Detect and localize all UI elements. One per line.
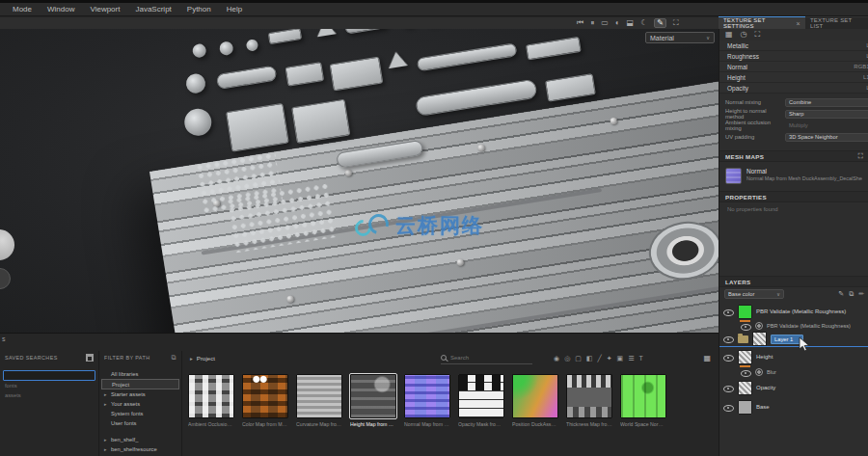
filter-environments-icon[interactable]: ☰	[628, 355, 634, 362]
visibility-eye-icon[interactable]	[741, 322, 751, 331]
camera-icon[interactable]: ⛶	[673, 19, 679, 27]
path-item-ben-shelfresource[interactable]: ▸ ben_shelfresource	[99, 444, 181, 454]
asset-thumbnail-normal[interactable]: Normal Map from M...	[404, 374, 450, 427]
save-search-icon[interactable]	[86, 354, 94, 362]
visibility-eye-icon[interactable]	[741, 368, 751, 377]
saved-search-item[interactable]: assets	[0, 390, 98, 400]
filter-particles-icon[interactable]: ✦	[607, 355, 612, 362]
visibility-eye-icon[interactable]	[723, 335, 734, 343]
asset-thumbnail-thickness[interactable]: Thickness Map from ...	[566, 374, 612, 427]
display-frame-icon[interactable]: ▭	[601, 19, 609, 27]
material-card-icon[interactable]: ⬓	[627, 19, 635, 27]
menu-javascript[interactable]: JavaScript	[128, 5, 177, 13]
asset-type-filter-icons: ◉ ◎ ▢ ◧ ╱ ✦ ▣ ☰ T	[554, 355, 643, 362]
uv-padding-select[interactable]: 3D Space Neighbor	[785, 133, 868, 142]
layer-effect-row-blur[interactable]: Blur	[719, 366, 868, 378]
layer-row-renaming[interactable]: Layer 1	[719, 332, 868, 347]
path-item-system-fonts[interactable]: System fonts	[99, 409, 181, 418]
channel-format[interactable]: RGB16	[854, 64, 868, 69]
close-icon[interactable]: ×	[797, 20, 800, 27]
menu-python[interactable]: Python	[180, 5, 218, 13]
expand-arrow-icon[interactable]: ▸	[104, 446, 108, 452]
channel-list: Metallic L8 Roughness L8 Normal RGB16 He…	[719, 40, 868, 94]
expand-arrow-icon[interactable]: ▸	[104, 401, 108, 407]
grid-view-toggle-icon[interactable]: ▦	[703, 354, 711, 362]
asset-thumbnail-opacity[interactable]: Opacity Mask from ...	[458, 374, 504, 427]
channel-label: Height	[727, 74, 746, 81]
menu-help[interactable]: Help	[220, 5, 249, 13]
layers-channel-filter-dropdown[interactable]: Base color ∨	[724, 289, 784, 299]
channel-row-opacity[interactable]: Opacity L8	[719, 83, 868, 94]
asset-thumbnail-color[interactable]: Color Map from Mes...	[242, 374, 288, 427]
channel-row-metallic[interactable]: Metallic L8	[719, 40, 868, 51]
height-to-normal-select[interactable]: Sharp	[785, 110, 868, 119]
visibility-eye-icon[interactable]	[723, 384, 734, 392]
filter-materials-icon[interactable]: ◉	[554, 355, 559, 362]
3d-viewport[interactable]: 云桥网络 Material ∨	[0, 29, 719, 333]
add-effect-icon[interactable]: ✎	[838, 290, 844, 298]
path-item-project[interactable]: Project	[101, 379, 179, 389]
clock-icon[interactable]: ◷	[741, 30, 747, 40]
channel-format[interactable]: L16	[863, 74, 868, 80]
asset-search-field[interactable]	[441, 353, 532, 364]
mesh-maps-header-label: MESH MAPS	[725, 153, 764, 160]
grid-icon[interactable]: ▦	[725, 30, 733, 40]
asset-thumbnail-height[interactable]: Height Map from M...	[350, 374, 396, 427]
brush-icon[interactable]: ✎	[654, 18, 666, 28]
rotate-icon[interactable]: ☾	[640, 19, 647, 27]
normal-mixing-select[interactable]: Combine	[785, 98, 868, 107]
filter-smart-materials-icon[interactable]: ◎	[564, 355, 570, 362]
filter-brushes-icon[interactable]: ╱	[598, 355, 602, 362]
asset-thumbnail-ao[interactable]: Ambient Occlusion ...	[188, 374, 234, 427]
tab-texture-set-list[interactable]: TEXTURE SET LIST	[805, 16, 868, 29]
pause-icon[interactable]: ⏸	[590, 19, 594, 27]
add-layer-icon[interactable]: ✏	[858, 290, 864, 298]
skip-back-icon[interactable]: ⏮	[577, 19, 583, 27]
path-item-your-assets[interactable]: ▸ Your assets	[99, 399, 181, 409]
layer-row-opacity[interactable]: Opacity	[719, 378, 868, 397]
menu-window[interactable]: Window	[41, 5, 81, 13]
saved-search-input[interactable]	[3, 370, 95, 381]
asset-thumbnail-curvature[interactable]: Curvature Map from ...	[296, 374, 342, 427]
viewport-display-mode-dropdown[interactable]: Material ∨	[645, 32, 715, 43]
layer-thumbnail	[752, 332, 767, 346]
sphere-icon[interactable]: ◐	[615, 19, 620, 27]
path-item-label: ben_shelf_	[111, 437, 138, 443]
asset-thumbnail-wsn[interactable]: World Space Normal...	[620, 374, 666, 427]
saved-search-item[interactable]: fonts	[0, 381, 98, 390]
visibility-eye-icon[interactable]	[723, 308, 734, 316]
filter-textures-icon[interactable]: ▣	[617, 355, 624, 362]
resolution-icon[interactable]: ⛶	[755, 30, 761, 40]
visibility-eye-icon[interactable]	[723, 353, 734, 362]
path-item-ben-shelf[interactable]: ▸ ben_shelf_	[99, 435, 181, 444]
expand-arrow-icon[interactable]: ▸	[104, 391, 108, 397]
filter-smart-masks-icon[interactable]: ▢	[575, 355, 582, 362]
expand-arrow-icon[interactable]: ▸	[104, 437, 108, 443]
layer-row-pbr-validate[interactable]: PBR Validate (Metallic Roughness)	[719, 303, 868, 320]
path-item-user-fonts[interactable]: User fonts	[99, 418, 181, 428]
path-item-all-libraries[interactable]: All libraries	[99, 369, 181, 379]
asset-thumbnail-position[interactable]: Position DuckAssem...	[512, 374, 558, 427]
collapse-panel-icon[interactable]: ⧉	[172, 354, 176, 362]
asset-search-input[interactable]	[450, 355, 518, 361]
filter-filters-icon[interactable]: ◧	[586, 355, 593, 362]
normal-map-thumbnail	[725, 168, 742, 184]
add-folder-icon[interactable]: ⧉	[849, 290, 854, 298]
channel-row-normal[interactable]: Normal RGB16	[719, 62, 868, 72]
menu-mode[interactable]: Mode	[6, 5, 39, 13]
menu-viewport[interactable]: Viewport	[83, 5, 126, 13]
layer-row-height[interactable]: Height	[719, 347, 868, 366]
mesh-maps-filter-icon[interactable]: ⛶	[858, 152, 863, 160]
channel-row-roughness[interactable]: Roughness L8	[719, 51, 868, 62]
breadcrumb[interactable]: Project	[197, 355, 215, 362]
visibility-eye-icon[interactable]	[723, 403, 734, 412]
filter-by-path-column: FILTER BY PATH ⧉ All libraries Project ▸…	[99, 351, 182, 456]
channel-row-height[interactable]: Height L16	[719, 72, 868, 83]
mesh-map-entry-normal[interactable]: Normal Normal Map from Mesh DuckAssembly…	[725, 168, 866, 187]
breadcrumb-arrow-icon[interactable]: ▸	[190, 356, 193, 362]
layer-effect-row-pbr-validate[interactable]: PBR Validate (Metallic Roughness)	[719, 320, 868, 332]
layer-row-base[interactable]: Base	[719, 397, 868, 416]
tab-texture-set-settings[interactable]: TEXTURE SET SETTINGS ×	[719, 16, 805, 29]
filter-fonts-icon[interactable]: T	[639, 355, 643, 362]
path-item-starter-assets[interactable]: ▸ Starter assets	[99, 389, 181, 399]
